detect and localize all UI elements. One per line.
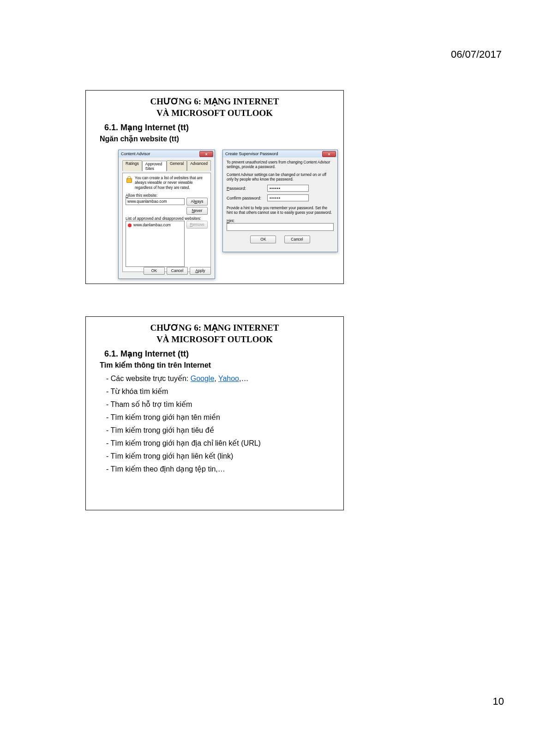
section-heading-1: 6.1. Mạng Internet (tt) [104,122,343,133]
title-line2: VÀ MICROSOFT OUTLOOK [156,334,273,344]
slide-title-2: CHƯƠNG 6: MẠNG INTERNET VÀ MICROSOFT OUT… [86,322,343,345]
dialog2-title-text: Create Supervisor Password [225,151,278,156]
hint-description: Provide a hint to help you remember your… [227,206,334,216]
close-icon[interactable]: x [322,151,336,157]
hint-input[interactable] [227,223,334,231]
tab-general[interactable]: General [167,160,187,171]
dialog1-bottom-buttons: OK Cancel Apply [144,267,211,275]
list-label: List of approved and disapproved website… [126,216,208,221]
bullet-item: - Các website trực tuyến: Google, Yahoo,… [106,372,343,385]
bullet-list: - Các website trực tuyến: Google, Yahoo,… [106,372,343,476]
apply-button[interactable]: Apply [190,267,211,275]
title-line1: CHƯƠNG 6: MẠNG INTERNET [150,97,279,106]
never-button[interactable]: Never [186,207,208,215]
bullet-item: - Từ khóa tìm kiếm [106,385,343,398]
password-input[interactable] [267,185,309,192]
password-label: Password: [227,186,264,191]
approved-list[interactable]: www.danlambao.com [126,221,185,267]
bullet-item: - Tham số hỗ trợ tìm kiếm [106,398,343,411]
slide-2: CHƯƠNG 6: MẠNG INTERNET VÀ MICROSOFT OUT… [85,316,344,510]
cancel-button[interactable]: Cancel [167,267,188,275]
list-item[interactable]: www.danlambao.com [128,223,182,227]
lock-icon [126,176,132,182]
title-line1: CHƯƠNG 6: MẠNG INTERNET [150,323,279,333]
bullet-item: - Tìm kiếm trong giới hạn địa chỉ liên k… [106,437,343,450]
slide-title-1: CHƯƠNG 6: MẠNG INTERNET VÀ MICROSOFT OUT… [86,96,343,119]
dialog1-title-text: Content Advisor [121,151,150,156]
title-line2: VÀ MICROSOFT OUTLOOK [156,108,273,118]
remove-button[interactable]: Remove [186,221,208,229]
allow-website-input[interactable] [126,198,185,205]
dialog-create-password: Create Supervisor Password x To prevent … [222,150,338,252]
bullet1-prefix: - Các website trực tuyến: [106,375,191,382]
close-icon[interactable]: x [199,151,213,157]
bullet1-sep: , [214,375,218,382]
tab-approved-sites[interactable]: Approved Sites [142,161,167,171]
confirm-password-label: Confirm password: [227,196,264,200]
bullet-item: - Tìm kiếm trong giới hạn liên kết (link… [106,450,343,463]
dialog2-text2: Content Advisor settings can be changed … [227,173,334,182]
disapproved-item-text: www.danlambao.com [133,223,171,227]
subsection-heading-1: Ngăn chặn website (tt) [100,134,343,143]
dialog2-titlebar: Create Supervisor Password x [223,150,337,157]
page-number: 10 [493,696,504,708]
ok-button[interactable]: OK [250,236,276,243]
cancel-button[interactable]: Cancel [284,236,310,243]
bullet-item: - Tìm kiếm theo định dạng tệp tin,… [106,463,343,476]
link-yahoo[interactable]: Yahoo [218,375,239,382]
dialog2-text1: To prevent unauthorized users from chang… [227,160,334,170]
dialog1-titlebar: Content Advisor x [119,150,215,157]
allow-website-label: Allow this website: [126,193,208,198]
slide-1: CHƯƠNG 6: MẠNG INTERNET VÀ MICROSOFT OUT… [85,90,344,284]
hint-label: Hint: [227,218,334,223]
tab-panel: You can create a list of websites that a… [122,173,211,272]
bullet1-suffix: ,… [239,375,248,382]
bullet-item: - Tìm kiếm trong giới hạn tên miền [106,411,343,424]
ok-button[interactable]: OK [144,267,165,275]
minus-icon [128,224,132,227]
subsection-heading-2: Tìm kiếm thông tin trên Internet [100,361,343,369]
tab-advanced[interactable]: Advanced [187,160,211,171]
dialog-content-advisor: Content Advisor x Ratings Approved Sites… [118,150,215,279]
always-button[interactable]: Always [186,198,208,206]
bullet-item: - Tìm kiếm trong giới hạn tiêu đề [106,424,343,437]
link-google[interactable]: Google [191,375,215,382]
tabs-row: Ratings Approved Sites General Advanced [122,160,211,171]
tab-ratings[interactable]: Ratings [122,160,142,171]
dialog1-description: You can create a list of websites that a… [135,176,208,190]
confirm-password-input[interactable] [267,194,309,201]
section-heading-2: 6.1. Mạng Internet (tt) [104,349,343,359]
page-date: 06/07/2017 [451,48,502,60]
